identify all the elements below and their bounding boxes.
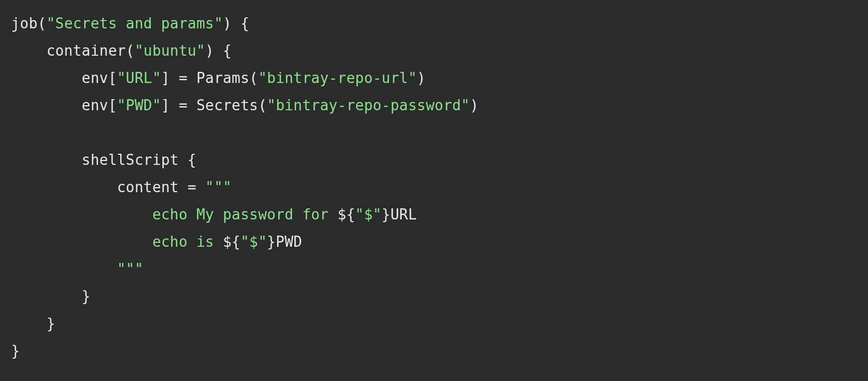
code-line: } xyxy=(11,343,20,359)
code-token-string: "URL" xyxy=(117,70,161,86)
code-token: ) xyxy=(470,97,479,114)
code-token-string: "Secrets and params" xyxy=(46,15,223,32)
code-line: job("Secrets and params") { xyxy=(11,15,249,32)
code-line: """ xyxy=(11,261,144,277)
code-token: }URL xyxy=(382,206,417,223)
code-token: ] = Secrets( xyxy=(161,97,267,114)
code-line: echo My password for ${"$"}URL xyxy=(11,206,417,223)
code-token: env[ xyxy=(11,70,117,86)
code-token-string: "$" xyxy=(240,233,267,250)
code-token-string: "PWD" xyxy=(117,97,161,114)
code-token: } xyxy=(11,343,20,359)
code-token: job( xyxy=(11,15,46,32)
code-token: ${ xyxy=(223,233,240,250)
code-token-string: "bintray-repo-url" xyxy=(258,70,417,86)
code-token: ${ xyxy=(338,206,356,223)
code-line: shellScript { xyxy=(11,152,196,168)
code-token-string: "bintray-repo-password" xyxy=(267,97,470,114)
code-token-string: "$" xyxy=(355,206,382,223)
code-token: ) xyxy=(417,70,426,86)
code-block: job("Secrets and params") { container("u… xyxy=(0,0,868,376)
code-token-string xyxy=(11,206,152,223)
code-token-string: "ubuntu" xyxy=(135,42,205,59)
code-line: } xyxy=(11,288,91,305)
code-line: content = """ xyxy=(11,179,231,196)
code-line: container("ubuntu") { xyxy=(11,42,231,59)
code-token: }PWD xyxy=(267,233,302,250)
code-token-string xyxy=(11,261,117,277)
code-token: } xyxy=(11,288,91,305)
code-token: content = xyxy=(11,179,205,196)
code-token-string: echo My password for xyxy=(152,206,338,223)
code-line: echo is ${"$"}PWD xyxy=(11,233,302,250)
code-token-string xyxy=(11,233,152,250)
code-line: } xyxy=(11,315,55,332)
code-token: container( xyxy=(11,42,135,59)
code-token-string: """ xyxy=(117,261,144,277)
code-token: ) { xyxy=(205,42,232,59)
code-token: } xyxy=(11,315,55,332)
code-line: env["URL"] = Params("bintray-repo-url") xyxy=(11,70,426,86)
code-token-string: echo is xyxy=(152,233,223,250)
code-token: ] = Params( xyxy=(161,70,258,86)
code-token: ) { xyxy=(223,15,250,32)
code-token-string: """ xyxy=(205,179,232,196)
code-line: env["PWD"] = Secrets("bintray-repo-passw… xyxy=(11,97,479,114)
code-token: env[ xyxy=(11,97,117,114)
code-token: shellScript { xyxy=(11,152,196,168)
